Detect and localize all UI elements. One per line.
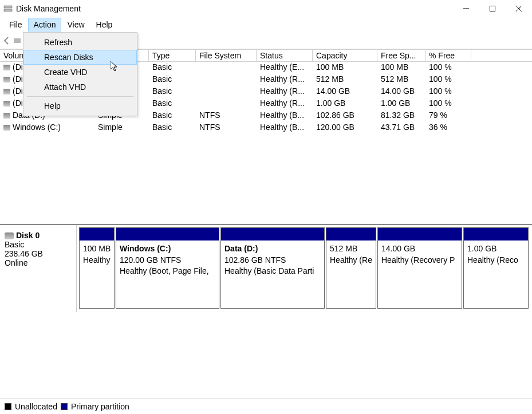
legend-unallocated: Unallocated (15, 402, 57, 411)
action-dropdown: Refresh Rescan Disks Create VHD Attach V… (23, 32, 137, 116)
action-rescan-disks[interactable]: Rescan Disks (23, 50, 137, 65)
generic-toolbar-icon[interactable] (13, 36, 22, 45)
partition[interactable]: 14.00 GBHealthy (Recovery P (377, 227, 462, 309)
volume-status: Healthy (R... (257, 86, 313, 98)
legend-swatch-unallocated (5, 403, 11, 410)
minimize-button[interactable] (453, 0, 479, 17)
volume-fs (196, 74, 257, 86)
header-type[interactable]: Type (149, 50, 196, 61)
partition-header-bar (116, 228, 219, 240)
header-free-space[interactable]: Free Sp... (377, 50, 425, 61)
volume-status: Healthy (R... (257, 74, 313, 86)
volume-free: 100 MB (377, 62, 425, 74)
volume-name: (Di (13, 86, 23, 96)
back-icon[interactable] (2, 36, 11, 45)
partition[interactable]: 100 MBHealthy (79, 227, 115, 309)
disk-name: Disk 0 (16, 231, 40, 240)
header-capacity[interactable]: Capacity (313, 50, 377, 61)
volume-name: (Di (13, 62, 23, 72)
volume-name: Windows (C:) (13, 123, 61, 132)
volume-free: 81.32 GB (377, 110, 425, 122)
volume-type: Basic (149, 98, 196, 110)
action-refresh[interactable]: Refresh (23, 35, 137, 50)
partition-status: Healthy (Recovery P (381, 255, 458, 266)
partition-size: 14.00 GB (381, 243, 458, 255)
app-icon (3, 4, 13, 13)
partition-header-bar (326, 228, 376, 240)
partition-title: Data (D:) (224, 243, 321, 255)
volume-pct: 36 % (425, 122, 471, 134)
disk-graphical-pane: Disk 0 Basic 238.46 GB Online 100 MBHeal… (0, 224, 532, 312)
volume-type: Basic (149, 62, 196, 74)
legend-swatch-primary (61, 403, 68, 410)
close-button[interactable] (506, 0, 532, 17)
menu-view[interactable]: View (61, 18, 90, 31)
menu-file[interactable]: File (3, 18, 28, 31)
volume-capacity: 1.00 GB (313, 98, 377, 110)
partition-size: 512 MB (330, 243, 372, 255)
volume-status: Healthy (B... (257, 122, 313, 134)
disk-icon (5, 232, 14, 239)
volume-icon (3, 101, 10, 107)
volume-status: Healthy (B... (257, 110, 313, 122)
volume-fs (196, 86, 257, 98)
partition[interactable]: 1.00 GBHealthy (Reco (463, 227, 529, 309)
window-title: Disk Management (16, 4, 81, 13)
svg-rect-3 (490, 6, 495, 11)
volume-capacity: 102.86 GB (313, 110, 377, 122)
window-controls (453, 0, 532, 17)
header-percent-free[interactable]: % Free (425, 50, 471, 61)
partition[interactable]: 512 MBHealthy (Re (326, 227, 376, 309)
partition-header-bar (464, 228, 528, 240)
partition-size: 120.00 GB NTFS (120, 255, 215, 266)
volume-capacity: 512 MB (313, 74, 377, 86)
partition-status: Healthy (Re (330, 255, 372, 266)
partition-size: 100 MB (83, 243, 111, 255)
partition[interactable]: Windows (C:)120.00 GB NTFSHealthy (Boot,… (116, 227, 219, 309)
svg-rect-0 (4, 6, 12, 8)
volume-free: 14.00 GB (377, 86, 425, 98)
volume-pct: 100 % (425, 86, 471, 98)
volume-icon (3, 89, 10, 94)
partition-header-bar (80, 228, 114, 240)
svg-rect-1 (4, 9, 12, 11)
menu-action[interactable]: Action (28, 18, 62, 31)
titlebar: Disk Management (0, 0, 532, 17)
volume-name: (Di (13, 74, 23, 84)
volume-row[interactable]: Windows (C:)SimpleBasicNTFSHealthy (B...… (0, 122, 532, 134)
volume-pct: 100 % (425, 62, 471, 74)
partition[interactable]: Data (D:)102.86 GB NTFSHealthy (Basic Da… (220, 227, 325, 309)
partition-title: Windows (C:) (120, 243, 215, 255)
volume-pct: 79 % (425, 110, 471, 122)
volume-type: Basic (149, 86, 196, 98)
volume-fs: NTFS (196, 110, 257, 122)
menu-help[interactable]: Help (90, 18, 119, 31)
action-attach-vhd[interactable]: Attach VHD (23, 80, 137, 94)
maximize-button[interactable] (479, 0, 506, 17)
volume-icon (3, 65, 10, 70)
partition-size: 102.86 GB NTFS (224, 255, 321, 266)
disk-size: 238.46 GB (5, 249, 72, 258)
partition-status: Healthy (Basic Data Parti (224, 266, 321, 277)
disk-info[interactable]: Disk 0 Basic 238.46 GB Online (0, 225, 77, 312)
header-status[interactable]: Status (257, 50, 313, 61)
volume-status: Healthy (R... (257, 98, 313, 110)
disk-map: 100 MBHealthyWindows (C:)120.00 GB NTFSH… (77, 225, 532, 312)
volume-type: Basic (149, 122, 196, 134)
volume-icon (3, 113, 10, 119)
volume-name: (Di (13, 98, 23, 108)
action-create-vhd[interactable]: Create VHD (23, 65, 137, 80)
volume-pct: 100 % (425, 74, 471, 86)
volume-type: Basic (149, 74, 196, 86)
volume-capacity: 120.00 GB (313, 122, 377, 134)
volume-free: 1.00 GB (377, 98, 425, 110)
volume-status: Healthy (E... (257, 62, 313, 74)
volume-capacity: 100 MB (313, 62, 377, 74)
volume-pct: 100 % (425, 98, 471, 110)
header-filesystem[interactable]: File System (196, 50, 257, 61)
partition-header-bar (221, 228, 324, 240)
partition-size: 1.00 GB (467, 243, 525, 255)
volume-fs (196, 98, 257, 110)
action-help[interactable]: Help (23, 98, 137, 113)
volume-capacity: 14.00 GB (313, 86, 377, 98)
